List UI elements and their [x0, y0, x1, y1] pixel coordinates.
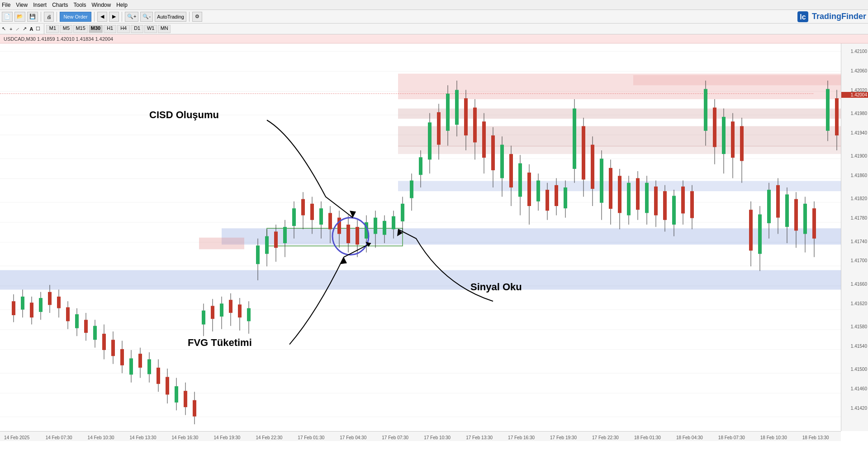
svg-rect-76 [202, 311, 205, 325]
tf-m1[interactable]: M1 [46, 25, 59, 33]
save-btn[interactable]: 💾 [27, 12, 38, 22]
svg-rect-148 [527, 173, 531, 206]
zoom-in-btn[interactable]: 🔍+ [125, 12, 138, 22]
menu-view[interactable]: View [16, 2, 28, 8]
svg-rect-176 [654, 187, 658, 216]
logo-icon: lc [797, 10, 809, 23]
time-label: 18 Feb 07:30 [718, 435, 745, 440]
svg-rect-128 [437, 112, 441, 145]
svg-rect-158 [573, 109, 576, 169]
time-label: 17 Feb 19:30 [550, 435, 577, 440]
svg-rect-34 [12, 301, 15, 315]
price-level: 1.42060 [851, 68, 867, 73]
symbol-info: USDCAD,M30 1.41859 1.42010 1.41834 1.420… [4, 36, 113, 42]
price-level: 1.41700 [851, 258, 867, 263]
svg-rect-202 [776, 185, 780, 218]
menu-insert[interactable]: Insert [33, 2, 47, 8]
cursor-icon[interactable]: ↖ [2, 26, 6, 32]
svg-rect-68 [166, 377, 169, 394]
open-btn[interactable]: 📂 [14, 12, 25, 22]
tf-m5[interactable]: M5 [60, 25, 72, 33]
svg-rect-186 [704, 89, 707, 131]
time-axis: 14 Feb 2025 14 Feb 07:30 14 Feb 10:30 14… [0, 431, 841, 441]
svg-rect-38 [30, 302, 33, 317]
svg-rect-142 [500, 145, 504, 178]
svg-rect-190 [722, 117, 726, 154]
rectangle-tool[interactable]: ☐ [36, 26, 40, 32]
svg-rect-146 [518, 163, 522, 197]
svg-rect-134 [464, 98, 468, 135]
svg-rect-156 [564, 187, 567, 208]
svg-rect-40 [39, 298, 43, 312]
time-label: 17 Feb 22:30 [592, 435, 619, 440]
svg-rect-66 [157, 368, 160, 384]
svg-rect-82 [229, 300, 232, 313]
svg-rect-166 [609, 168, 612, 209]
menu-help[interactable]: Help [116, 2, 128, 8]
svg-rect-200 [767, 190, 771, 223]
tf-m15[interactable]: M15 [73, 25, 87, 33]
price-level: 1.41500 [851, 367, 867, 372]
price-level: 1.41580 [851, 324, 867, 329]
menu-charts[interactable]: Charts [52, 2, 68, 8]
time-label: 14 Feb 16:30 [172, 435, 199, 440]
svg-rect-108 [346, 225, 350, 243]
svg-rect-154 [555, 185, 558, 206]
svg-rect-78 [211, 306, 214, 319]
new-chart-btn[interactable]: 📄 [2, 12, 13, 22]
price-level: 1.42100 [851, 49, 867, 54]
svg-rect-22 [222, 228, 841, 245]
svg-rect-170 [627, 183, 631, 216]
menu-window[interactable]: Window [92, 2, 111, 8]
svg-rect-60 [129, 358, 133, 374]
time-label: 17 Feb 01:30 [298, 435, 324, 440]
svg-rect-126 [428, 122, 432, 159]
svg-rect-194 [740, 126, 744, 161]
svg-rect-90 [265, 236, 269, 254]
price-level: 1.41780 [851, 216, 867, 221]
forward-btn[interactable]: ▶ [109, 12, 119, 22]
menu-file[interactable]: File [2, 2, 10, 8]
price-level: 1.41980 [851, 111, 867, 116]
svg-rect-88 [256, 245, 260, 264]
tf-m30[interactable]: M30 [89, 25, 103, 33]
svg-rect-104 [328, 213, 332, 229]
price-level: 1.41420 [851, 405, 867, 410]
svg-rect-164 [600, 158, 603, 202]
svg-rect-212 [826, 89, 830, 131]
tf-d1[interactable]: D1 [131, 25, 143, 33]
new-order-btn[interactable]: New Order [60, 12, 91, 22]
logo-text: TradingFinder [812, 12, 866, 21]
svg-rect-48 [75, 314, 79, 328]
arrow-tool[interactable]: ↗ [23, 26, 27, 32]
menu-tools[interactable]: Tools [74, 2, 86, 8]
svg-rect-196 [749, 210, 753, 250]
tf-h1[interactable]: H1 [104, 25, 116, 33]
properties-btn[interactable]: ⚙ [192, 12, 202, 22]
svg-rect-94 [283, 227, 287, 243]
tf-mn[interactable]: MN [158, 25, 171, 33]
svg-rect-130 [446, 94, 450, 131]
price-level: 1.41540 [851, 343, 867, 348]
svg-rect-50 [84, 320, 88, 333]
crosshair-icon[interactable]: + [9, 26, 12, 32]
time-label: 14 Feb 22:30 [256, 435, 282, 440]
tf-w1[interactable]: W1 [144, 25, 157, 33]
chart-area[interactable]: CISD Oluşumu FVG Tüketimi Sinyal Oku [0, 43, 841, 441]
price-level: 1.41940 [851, 130, 867, 135]
svg-rect-118 [392, 216, 395, 230]
text-tool[interactable]: A [29, 26, 33, 32]
svg-rect-120 [401, 204, 404, 221]
print-btn[interactable]: 🖨 [44, 12, 54, 22]
line-tool[interactable]: ⟋ [15, 26, 20, 32]
time-label: 17 Feb 04:30 [340, 435, 366, 440]
svg-rect-110 [356, 227, 359, 245]
price-level: 1.41740 [851, 239, 867, 244]
autoscroll-btn[interactable]: AutoTrading [155, 12, 186, 22]
back-btn[interactable]: ◀ [97, 12, 107, 22]
tf-h4[interactable]: H4 [117, 25, 130, 33]
svg-rect-52 [93, 326, 97, 340]
zoom-out-btn[interactable]: 🔍- [140, 12, 153, 22]
svg-rect-46 [66, 307, 70, 321]
svg-rect-188 [713, 108, 716, 147]
